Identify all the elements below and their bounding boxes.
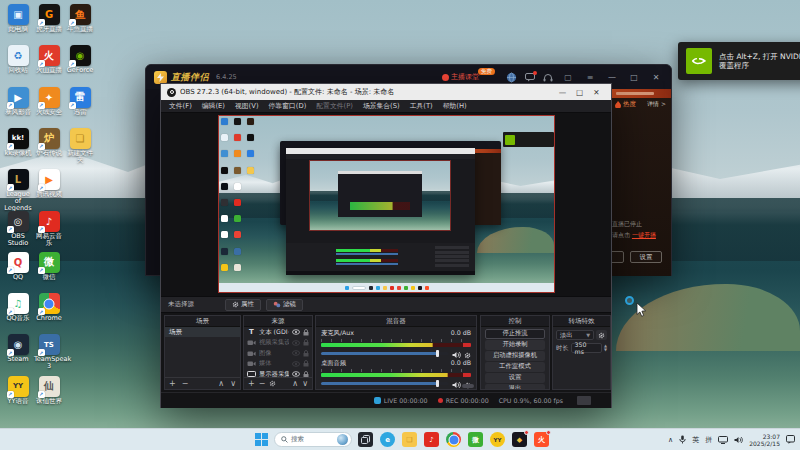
desktop-icon-微信[interactable]: 微↗微信 bbox=[34, 252, 64, 281]
sources-header[interactable]: 来源 bbox=[244, 316, 312, 327]
taskbar-app-YY语音[interactable]: YY bbox=[490, 432, 505, 447]
desktop-icon-诛仙世界[interactable]: 仙↗诛仙世界 bbox=[34, 376, 64, 405]
source-up-button[interactable]: ∧ bbox=[292, 380, 298, 388]
desktop-icon-火山直播[interactable]: 火↗火山直播 bbox=[34, 45, 64, 74]
taskbar-app-火山直播[interactable]: 火 bbox=[534, 432, 549, 447]
lock-icon[interactable] bbox=[303, 329, 309, 336]
menu-视图(V)[interactable]: 视图(V) bbox=[230, 101, 264, 111]
taskbar-app-任务视图[interactable] bbox=[358, 432, 373, 447]
visibility-eye-icon[interactable] bbox=[292, 371, 300, 377]
transition-select[interactable]: 淡出▼ bbox=[556, 330, 594, 340]
one-click-start-link[interactable]: 一键开播 bbox=[632, 231, 656, 238]
transition-gear-button[interactable] bbox=[596, 330, 607, 340]
desktop-icon-炉石传说[interactable]: 炉↗炉石传说 bbox=[34, 128, 64, 157]
visibility-eye-icon[interactable] bbox=[292, 361, 300, 367]
menu-工具(T)[interactable]: 工具(T) bbox=[405, 101, 438, 111]
start-button[interactable] bbox=[255, 433, 268, 446]
source-add-button[interactable]: + bbox=[248, 380, 255, 388]
search-box[interactable]: 搜索 bbox=[274, 432, 352, 447]
obs-close-button[interactable]: ✕ bbox=[588, 88, 605, 97]
obs-preview-canvas[interactable] bbox=[161, 113, 611, 296]
tray-chevron-icon[interactable]: ∧ bbox=[668, 436, 673, 444]
source-row-显示器采集[interactable]: 显示器采集 bbox=[244, 369, 312, 377]
ime-english-indicator[interactable]: 英 bbox=[692, 435, 699, 445]
obs-titlebar[interactable]: OBS 27.2.3 (64-bit, windowed) - 配置文件: 未命… bbox=[161, 84, 611, 100]
desktop-icon-Steam[interactable]: ◉↗Steam bbox=[3, 334, 33, 363]
menu-停靠窗口(D)[interactable]: 停靠窗口(D) bbox=[264, 101, 312, 111]
desktop-icon-网易云音乐[interactable]: ♪↗网易云音乐 bbox=[34, 211, 64, 247]
desktop-icon-kk录像机[interactable]: kk!↗kk录像机 bbox=[3, 128, 33, 157]
volume-slider[interactable] bbox=[321, 382, 449, 385]
taskbar-app-微信[interactable]: 微 bbox=[468, 432, 483, 447]
menu-文件(F)[interactable]: 文件(F) bbox=[164, 101, 197, 111]
source-remove-button[interactable]: − bbox=[259, 380, 266, 388]
volume-slider-handle[interactable] bbox=[436, 380, 439, 387]
source-row-图像[interactable]: 图像 bbox=[244, 348, 312, 359]
volume-slider[interactable] bbox=[321, 352, 449, 355]
taskbar-app-直播伴侣[interactable]: ◆ bbox=[512, 432, 527, 447]
companion-promo-banner[interactable] bbox=[610, 89, 671, 98]
heat-details-link[interactable]: 详情 > bbox=[647, 100, 666, 109]
headset-icon[interactable] bbox=[543, 73, 553, 82]
companion-close-button[interactable]: ✕ bbox=[649, 73, 663, 82]
desktop-icon-此电脑[interactable]: ▣此电脑 bbox=[3, 4, 33, 33]
scene-add-button[interactable]: + bbox=[169, 380, 176, 388]
controls-header[interactable]: 控制 bbox=[481, 316, 549, 327]
source-row-媒体[interactable]: 媒体 bbox=[244, 359, 312, 370]
desktop-icon-回收站[interactable]: ♻回收站 bbox=[3, 45, 33, 74]
companion-settings-button[interactable]: 设置 bbox=[630, 251, 662, 263]
obs-minimize-button[interactable]: — bbox=[554, 88, 571, 97]
desktop-icon-QQ音乐[interactable]: ♫↗QQ音乐 bbox=[3, 293, 33, 322]
mixer-header[interactable]: 混音器 bbox=[316, 316, 476, 327]
visibility-eye-icon[interactable] bbox=[292, 350, 300, 356]
desktop-icon-TeamSpeak 3[interactable]: TS↗TeamSpeak 3 bbox=[34, 334, 64, 370]
visibility-eye-icon[interactable] bbox=[292, 329, 300, 335]
control-button-设置[interactable]: 设置 bbox=[485, 373, 545, 383]
taskbar-app-文件资源管理器[interactable]: ❏ bbox=[402, 432, 417, 447]
mixer-scrollbar[interactable] bbox=[462, 384, 474, 388]
companion-tutorial-link[interactable]: 主播课堂 免费 bbox=[442, 72, 498, 82]
volume-tray-icon[interactable] bbox=[734, 436, 743, 444]
companion-menu-button[interactable]: ≡ bbox=[583, 73, 597, 82]
notification-center-icon[interactable] bbox=[786, 435, 795, 444]
source-row-文本 (GDI+) 1[interactable]: T文本 (GDI+) 1 bbox=[244, 327, 312, 338]
lock-icon[interactable] bbox=[303, 350, 309, 357]
desktop-icon-League of Legends[interactable]: L↗League of Legends bbox=[3, 169, 33, 212]
scene-down-button[interactable]: ∨ bbox=[230, 380, 236, 388]
lock-icon[interactable] bbox=[303, 371, 309, 377]
scene-item[interactable]: 场景 bbox=[165, 327, 240, 337]
desktop-icon-QQ[interactable]: Q↗QQ bbox=[3, 252, 33, 281]
duration-stepper[interactable]: ▲▼ bbox=[604, 344, 607, 352]
desktop-icon-斗鱼直播[interactable]: 鱼↗斗鱼直播 bbox=[65, 4, 95, 33]
desktop-icon-Chrome[interactable]: ↗Chrome bbox=[34, 293, 64, 322]
ime-pinyin-indicator[interactable]: 拼 bbox=[705, 435, 712, 445]
messages-icon[interactable] bbox=[525, 73, 535, 82]
desktop-icon-腾讯视频[interactable]: ▶↗腾讯视频 bbox=[34, 169, 64, 198]
lock-icon[interactable] bbox=[303, 360, 309, 367]
network-tray-icon[interactable] bbox=[718, 436, 728, 444]
menu-配置文件(P)[interactable]: 配置文件(P) bbox=[311, 101, 358, 111]
control-button-退出[interactable]: 退出 bbox=[485, 384, 545, 389]
obs-maximize-button[interactable]: □ bbox=[571, 88, 588, 97]
companion-maximize-button[interactable]: □ bbox=[627, 73, 641, 82]
menu-帮助(H)[interactable]: 帮助(H) bbox=[438, 101, 472, 111]
search-highlight-thumb[interactable] bbox=[337, 434, 348, 445]
globe-icon[interactable] bbox=[506, 72, 517, 83]
clock[interactable]: 23:07 2025/2/15 bbox=[749, 433, 780, 447]
lock-icon[interactable] bbox=[303, 339, 309, 346]
desktop-icon-火绒安全[interactable]: ✦↗火绒安全 bbox=[34, 87, 64, 116]
source-down-button[interactable]: ∨ bbox=[302, 380, 308, 388]
source-filters-button[interactable]: 滤镜 bbox=[266, 299, 303, 311]
duration-input[interactable]: 350 ms bbox=[571, 343, 602, 353]
speaker-icon[interactable] bbox=[452, 374, 461, 390]
taskbar-app-网易云音乐[interactable]: ♪ bbox=[424, 432, 439, 447]
desktop-icon-OBS Studio[interactable]: ◎↗OBS Studio bbox=[3, 211, 33, 247]
menu-编辑(E)[interactable]: 编辑(E) bbox=[197, 101, 230, 111]
desktop-icon-新建文件夹[interactable]: ❏新建文件夹 bbox=[65, 128, 95, 164]
visibility-eye-icon[interactable] bbox=[292, 340, 300, 346]
microphone-tray-icon[interactable] bbox=[679, 435, 686, 444]
source-row-视频采集设备[interactable]: 视频采集设备 bbox=[244, 338, 312, 349]
desktop-icon-迅雷[interactable]: 雷↗迅雷 bbox=[65, 87, 95, 116]
taskbar-app-Edge[interactable]: e bbox=[380, 432, 395, 447]
control-button-启动虚拟摄像机[interactable]: 启动虚拟摄像机 bbox=[485, 351, 545, 361]
